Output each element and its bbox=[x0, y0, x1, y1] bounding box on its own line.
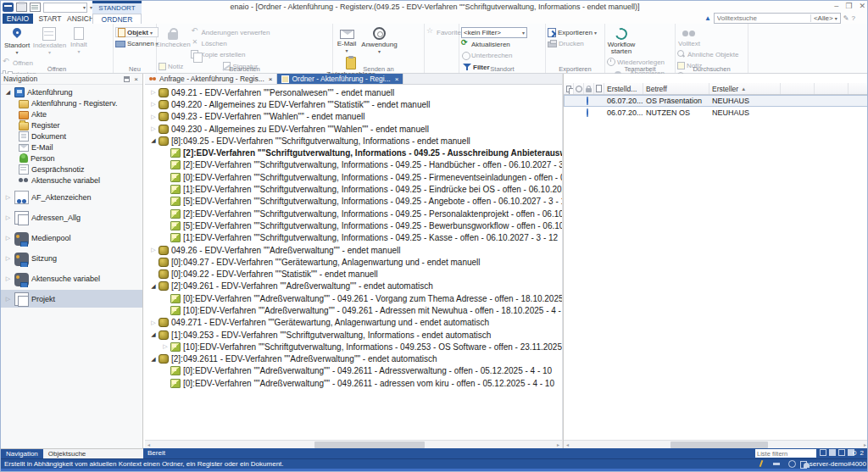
scroll-left-icon[interactable]: ◂ bbox=[145, 441, 153, 448]
close-button[interactable]: ✕ bbox=[859, 2, 865, 10]
tree-row[interactable]: ◢[8]:049.25 - EDV-Verfahren ""Schriftgut… bbox=[145, 135, 562, 147]
expand-icon[interactable]: ▷ bbox=[148, 319, 159, 326]
sidebar-item-person[interactable]: Person bbox=[1, 153, 142, 164]
help-icon[interactable]: ? bbox=[852, 14, 855, 22]
tree-row[interactable]: [5]:EDV-Verfahren ""Schriftgutverwaltung… bbox=[145, 196, 562, 208]
collapse-ribbon-icon[interactable]: ▲ bbox=[704, 14, 711, 22]
tree-row[interactable]: [10]:EDV-Verfahren ""Adreßverwaltung"" -… bbox=[145, 304, 562, 316]
wrench-icon[interactable] bbox=[758, 460, 765, 468]
expand-icon[interactable]: ◢ bbox=[148, 283, 159, 290]
sidebar-item-akte[interactable]: Akte bbox=[1, 108, 142, 119]
tree-row[interactable]: ◢[2]:049.261 - EDV-Verfahren ""Adreßverw… bbox=[145, 280, 562, 292]
document-tab[interactable]: Anfrage - Aktenführung - Regis...× bbox=[145, 74, 277, 84]
sidebar-item-aktensuche-variabel[interactable]: ▷Aktensuche variabel bbox=[1, 269, 142, 287]
table-row[interactable]: 06.07.20...OS PräsentationNEUHAUS bbox=[564, 95, 868, 107]
expand-icon[interactable]: ▷ bbox=[4, 194, 12, 201]
sidebar-item-dokument[interactable]: Dokument bbox=[1, 130, 142, 142]
email-button[interactable]: E-Mail▾ bbox=[335, 25, 359, 54]
close-tab-icon[interactable]: × bbox=[395, 75, 399, 83]
sidebar-item-af-aktenzeichen[interactable]: ▷AF_Aktenzeichen bbox=[1, 188, 142, 206]
list-horizontal-scrollbar[interactable]: ◂ ▸ bbox=[564, 440, 868, 448]
loeschen-button[interactable]: Löschen bbox=[191, 38, 269, 48]
expand-icon[interactable]: ◢ bbox=[148, 137, 159, 144]
tree-row[interactable]: ▷[10]:EDV-Verfahren ""Schriftgutverwaltu… bbox=[145, 341, 562, 353]
aehnliche-objekte-button[interactable]: Ähnliche Objekte bbox=[677, 49, 738, 59]
tree-row[interactable]: [0]:EDV-Verfahren ""Schriftgutverwaltung… bbox=[145, 171, 562, 183]
expand-icon[interactable]: ▷ bbox=[4, 235, 12, 242]
column-header-erstelld[interactable]: Erstelld... bbox=[604, 83, 643, 94]
filter-combobox[interactable]: <kein Filter>▾ bbox=[461, 27, 527, 38]
column-header-betreff[interactable]: Betreff bbox=[643, 83, 709, 94]
inhalt-button[interactable]: Inhalt▾ bbox=[68, 25, 90, 55]
close-tab-icon[interactable]: × bbox=[269, 75, 273, 83]
standort-button[interactable]: Standort▾ bbox=[3, 25, 31, 56]
tree-row[interactable]: ◢[1]:049.253 - EDV-Verfahren ""Schriftgu… bbox=[145, 329, 562, 341]
header-icon-cell[interactable] bbox=[584, 83, 594, 94]
edit-search-icon[interactable]: ✎ bbox=[843, 14, 849, 22]
scroll-right-icon[interactable]: ▸ bbox=[554, 441, 562, 448]
expand-icon[interactable]: ▷ bbox=[148, 89, 159, 96]
sidebar-item-aktensuche-variabel[interactable]: Aktensuche variabel bbox=[1, 175, 142, 186]
indexdaten-button[interactable]: Indexdaten▾ bbox=[35, 25, 64, 56]
scannen-button[interactable]: Scannen▾ bbox=[115, 38, 159, 48]
tree-row[interactable]: ◢[2]:049.2611 - EDV-Verfahren ""Adreßver… bbox=[145, 353, 562, 365]
expand-icon[interactable]: ▷ bbox=[160, 343, 170, 350]
sidebar-item-medienpool[interactable]: ▷Medienpool bbox=[1, 229, 142, 247]
expand-icon[interactable]: ▷ bbox=[148, 247, 159, 253]
connection-icon[interactable] bbox=[773, 460, 781, 468]
panel-footer-tab-objektsuche[interactable]: Objektsuche bbox=[43, 449, 91, 458]
tree-horizontal-scrollbar[interactable]: ◂ ▸ bbox=[145, 440, 562, 448]
grid-view-icon[interactable] bbox=[838, 449, 845, 456]
close-panel-icon[interactable]: × bbox=[134, 75, 138, 83]
tree-row[interactable]: [0]:049.22 - EDV-Verfahren ""Statistik""… bbox=[145, 268, 562, 280]
scrollbar-thumb[interactable] bbox=[314, 441, 425, 448]
sidebar-item-aktenf-hrung-registerv-[interactable]: Aktenführung - Registerv. bbox=[1, 97, 142, 108]
expand-icon[interactable]: ▷ bbox=[4, 255, 12, 262]
aktualisieren-button[interactable]: Aktualisieren bbox=[461, 39, 527, 49]
tree-row[interactable]: ▷049.230 - Allgemeines zu EDV-Verfahren … bbox=[145, 123, 562, 135]
filter-columns-icon[interactable] bbox=[820, 449, 826, 456]
sidebar-item-e-mail[interactable]: E-Mail bbox=[1, 142, 142, 153]
tree-row[interactable]: ▷049.220 - Allgemeines zu EDV-Verfahren … bbox=[145, 98, 562, 110]
expand-icon[interactable]: ▷ bbox=[4, 296, 12, 303]
sidebar-item-projekt[interactable]: ▷Projekt bbox=[1, 290, 142, 308]
tab-ordner[interactable]: ORDNER bbox=[92, 14, 142, 24]
tree-row[interactable]: [2]:EDV-Verfahren ""Schriftgutverwaltung… bbox=[145, 159, 562, 171]
delete-filter-icon[interactable] bbox=[829, 449, 836, 456]
workflow-starten-button[interactable]: Workflow starten bbox=[607, 25, 636, 55]
header-icon-cell[interactable] bbox=[564, 83, 574, 94]
header-icon-cell[interactable] bbox=[574, 83, 584, 94]
tree-row[interactable]: [2]:EDV-Verfahren ""Schriftgutverwaltung… bbox=[145, 208, 562, 219]
list-filter-input[interactable] bbox=[755, 449, 816, 458]
expand-icon[interactable]: ▷ bbox=[148, 101, 159, 108]
scroll-left-icon[interactable]: ◂ bbox=[564, 441, 571, 448]
search-scope-dropdown[interactable]: <Alle> ▾ bbox=[810, 14, 840, 22]
sidebar-item-gespr-chsnotiz[interactable]: Gesprächsnotiz bbox=[1, 164, 142, 175]
sidebar-item-adressen-allg[interactable]: ▷Adressen_Allg bbox=[1, 208, 142, 226]
tree-row[interactable]: ▷049.21 - EDV-Verfahren ""Personalwesen"… bbox=[145, 86, 562, 98]
volltext-button[interactable]: Volltext bbox=[677, 25, 701, 47]
aenderungen-verwerfen-button[interactable]: Änderungen verwerfen bbox=[191, 27, 269, 37]
scroll-right-icon[interactable]: ▸ bbox=[861, 441, 868, 448]
tab-enaio[interactable]: ENAIO bbox=[3, 14, 33, 24]
exportieren-button[interactable]: Exportieren▾ bbox=[548, 27, 597, 37]
scrollbar-thumb[interactable] bbox=[670, 441, 768, 448]
expand-icon[interactable]: ▷ bbox=[4, 275, 12, 282]
expand-icon[interactable]: ◢ bbox=[148, 331, 159, 338]
objekt-button[interactable]: Objekt▾ bbox=[115, 27, 159, 37]
tree-row[interactable]: ▷049.271 - EDV-Verfahren ""Gerätewartung… bbox=[145, 317, 562, 329]
sidebar-item-sitzung[interactable]: ▷Sitzung bbox=[1, 249, 142, 267]
restore-button[interactable]: ❐ bbox=[845, 2, 852, 10]
anwendung-button[interactable]: Anwendung▾ bbox=[362, 25, 396, 55]
sidebar-item-register[interactable]: Register bbox=[1, 119, 142, 130]
tree-row[interactable]: [2]:EDV-Verfahren ""Schriftgutverwaltung… bbox=[145, 147, 562, 158]
tree-row[interactable]: [0]:049.27 - EDV-Verfahren ""Gerätewartu… bbox=[145, 256, 562, 268]
tree-row[interactable]: [0]:EDV-Verfahren ""Adreßverwaltung"" - … bbox=[145, 377, 562, 389]
tree-row[interactable]: [1]:EDV-Verfahren ""Schriftgutverwaltung… bbox=[145, 232, 562, 244]
expand-icon[interactable]: ▷ bbox=[4, 214, 12, 221]
clock-icon[interactable] bbox=[788, 460, 796, 468]
pin-panel-icon[interactable] bbox=[124, 76, 130, 82]
minimize-button[interactable]: – bbox=[834, 2, 838, 10]
fulltext-search-input[interactable] bbox=[715, 14, 810, 23]
tab-start[interactable]: START bbox=[36, 14, 64, 24]
